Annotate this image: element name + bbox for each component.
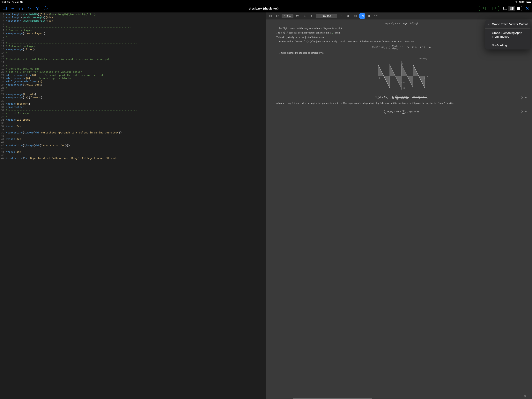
document-title: thesis.tex (thesis.tex) — [50, 7, 477, 10]
preview-body[interactable]: 2xⱼ = 2ãⱼ/b = 1 − q/p − kⱼ√(p/q)(6.17) M… — [266, 19, 532, 399]
grading-option[interactable]: ✓Grade Entire Viewer Output — [485, 20, 531, 29]
svg-text:x: x — [427, 75, 428, 77]
share-icon[interactable] — [18, 6, 24, 11]
equation-6-18: 𝒟₁(x) = limε→0 ε2π ϑ′₁(z|τ)ϑ₁(z|τ) = 12 … — [372, 45, 431, 50]
more-menu-icon[interactable]: ••• — [373, 14, 380, 18]
horizontal-scrollbar[interactable] — [293, 398, 373, 399]
svg-text:0.4: 0.4 — [402, 63, 405, 65]
editor-pane[interactable]: 2345678910111213141516171819202122232425… — [0, 13, 266, 399]
svg-point-8 — [488, 7, 489, 8]
svg-text:-2: -2 — [378, 77, 380, 79]
page-indicator[interactable]: 96 / 159 — [316, 14, 337, 18]
svg-point-0 — [516, 3, 517, 3]
preview-text: This is extended to the case of general … — [276, 51, 526, 55]
sync-position-icon[interactable] — [352, 13, 358, 19]
layout-mode-group[interactable] — [502, 6, 522, 11]
layout-editor-only[interactable] — [502, 6, 508, 11]
check-icon: ✓ — [487, 23, 489, 26]
svg-text:-1: -1 — [390, 77, 392, 79]
cloud-sync-icon[interactable] — [35, 6, 40, 11]
svg-text:-0.2: -0.2 — [402, 81, 405, 83]
preview-text: The kⱼ ∈ iℝ case has been left without c… — [276, 31, 331, 34]
grading-option-label: Grade Everything Apart From Images — [492, 31, 522, 38]
svg-point-6 — [45, 8, 46, 9]
grading-popup: ✓Grade Entire Viewer OutputGrade Everyth… — [485, 20, 531, 50]
svg-rect-13 — [271, 16, 272, 17]
svg-text:-0.4: -0.4 — [402, 87, 405, 89]
grading-option[interactable]: Grade Everything Apart From Images — [485, 29, 531, 41]
app-toolbar: thesis.tex (thesis.tex) L ✕ — [0, 4, 532, 13]
preview-text: McElgin claims that the only case where … — [279, 27, 342, 30]
sawtooth-chart: −x+⌊x⌋+12 x -2-1 12 0.40.2 -0.2-0.4 — [276, 57, 526, 92]
grading-option-label: No Grading — [492, 44, 507, 47]
status-time: 1:54 PM — [1, 1, 10, 4]
add-icon[interactable] — [10, 6, 16, 11]
citation-link[interactable]: 72 — [331, 31, 333, 34]
first-page-icon[interactable] — [302, 13, 307, 19]
preview-text: where τ = −q/p + iε and ⌊x⌋ is the large… — [276, 101, 526, 105]
zoom-level[interactable]: 100% — [282, 14, 293, 18]
equation-6-19: 𝒟p(x) ≡ limε→0 ε2π ϑ′₁(x|−q/p+iε)ϑ(x|−q/… — [375, 95, 428, 100]
page-number: 91 — [524, 395, 526, 398]
zoom-out-icon[interactable] — [275, 13, 280, 19]
chart-annotation: −x+⌊x⌋+12 — [419, 57, 427, 60]
grading-option[interactable]: No Grading — [485, 41, 531, 50]
svg-rect-12 — [269, 16, 270, 17]
svg-line-18 — [298, 17, 299, 17]
svg-line-15 — [278, 17, 279, 17]
layout-preview-only[interactable] — [515, 6, 522, 11]
grading-option-label: Grade Entire Viewer Output — [492, 22, 528, 26]
status-bar: 1:54 PM Fri Jun 18 100% — [0, 0, 532, 4]
code-area[interactable]: \setlength{\textwidth}{5.8in}%\setlength… — [5, 13, 266, 399]
preview-toolbar: 100% 96 / 159 ••• — [266, 13, 532, 19]
svg-rect-24 — [369, 15, 370, 17]
next-page-icon[interactable] — [338, 13, 344, 19]
preview-text: This will partially be the subject of fu… — [276, 36, 325, 39]
equation-6-17: 2xⱼ = 2ãⱼ/b = 1 − q/p − kⱼ√(p/q) — [385, 22, 418, 25]
svg-rect-23 — [369, 15, 369, 17]
external-preview-icon[interactable] — [359, 13, 365, 19]
pause-icon[interactable] — [366, 13, 372, 19]
status-battery-pct: 100% — [519, 1, 525, 4]
svg-rect-10 — [269, 15, 270, 16]
svg-rect-11 — [271, 15, 272, 16]
status-date: Fri Jun 18 — [12, 1, 23, 4]
eqnum-6-20: (6.20) — [521, 110, 526, 113]
eqnum-6-19: (6.19) — [521, 96, 526, 99]
sparkle-icon[interactable] — [26, 6, 32, 11]
battery-icon — [526, 1, 531, 3]
build-mode-badge[interactable]: L — [494, 7, 498, 10]
svg-point-9 — [489, 8, 490, 9]
close-icon[interactable]: ✕ — [525, 6, 530, 11]
thumbnails-icon[interactable] — [267, 13, 273, 19]
wifi-icon — [515, 1, 518, 4]
svg-rect-1 — [3, 7, 6, 10]
preview-text: ] and h — [333, 31, 340, 34]
last-page-icon[interactable] — [345, 13, 351, 19]
line-gutter: 2345678910111213141516171819202122232425… — [0, 13, 5, 399]
layout-split[interactable] — [508, 6, 515, 11]
equation-6-20: ∂∂x 𝒟p(x) = −1 + ∑n∈ℤ δ(px − n). — [383, 109, 419, 114]
gear-icon[interactable] — [43, 6, 48, 11]
sidebar-toggle-icon[interactable] — [2, 6, 7, 11]
svg-point-7 — [481, 7, 483, 9]
preview-pane: 100% 96 / 159 ••• ✓Grade Entire Viewer O… — [266, 13, 532, 399]
prev-page-icon[interactable] — [309, 13, 315, 19]
build-status-group[interactable]: L — [479, 6, 499, 11]
build-success-icon — [480, 6, 484, 11]
build-settings-icon[interactable] — [487, 6, 491, 11]
zoom-in-icon[interactable] — [295, 13, 300, 19]
